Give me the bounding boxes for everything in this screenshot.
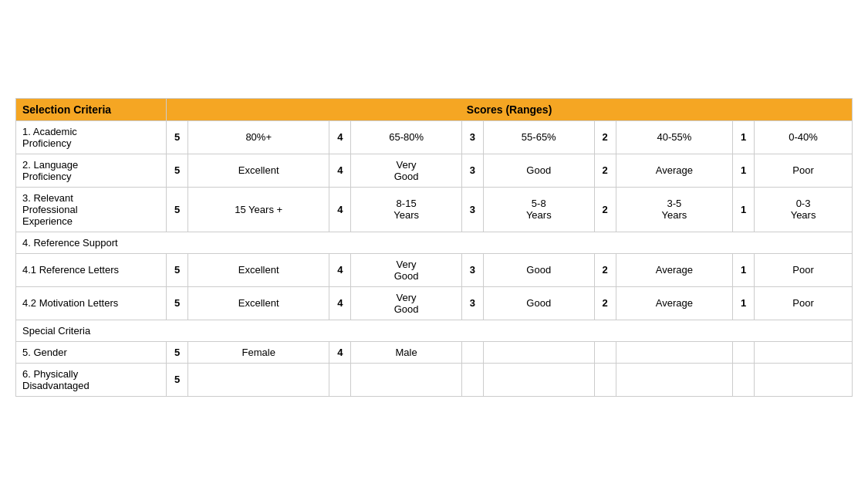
score-num-5-4: 1 — [733, 286, 755, 320]
score-val-0-4: 0-40% — [755, 120, 853, 154]
criteria-label-8: 6. Physically Disadvantaged — [16, 363, 167, 396]
criteria-label-0: 1. Academic Proficiency — [16, 120, 167, 154]
criteria-label-1: 2. Language Proficiency — [16, 154, 167, 187]
score-val-1-0: Excellent — [188, 154, 329, 187]
score-num-7-3 — [594, 341, 616, 363]
score-num-2-1: 4 — [329, 187, 351, 232]
score-num-8-1 — [329, 363, 351, 396]
score-num-7-1: 4 — [329, 341, 351, 363]
score-num-1-0: 5 — [167, 154, 188, 187]
score-val-5-4: Poor — [755, 286, 853, 320]
score-val-2-3: 3-5 Years — [616, 187, 733, 232]
score-val-7-4 — [755, 341, 853, 363]
score-val-1-1: Very Good — [351, 154, 462, 187]
score-val-4-3: Average — [616, 253, 733, 286]
score-num-5-3: 2 — [594, 286, 616, 320]
score-num-5-1: 4 — [329, 286, 351, 320]
score-val-8-4 — [755, 363, 853, 396]
score-num-4-0: 5 — [167, 253, 188, 286]
score-val-8-2 — [483, 363, 594, 396]
score-val-8-3 — [616, 363, 733, 396]
score-val-0-1: 65-80% — [351, 120, 462, 154]
criteria-label-5: 4.2 Motivation Letters — [16, 286, 167, 320]
score-val-0-2: 55-65% — [483, 120, 594, 154]
score-num-5-0: 5 — [167, 286, 188, 320]
score-num-2-4: 1 — [733, 187, 755, 232]
criteria-label-4: 4.1 Reference Letters — [16, 253, 167, 286]
score-val-5-2: Good — [483, 286, 594, 320]
score-num-8-2 — [461, 363, 483, 396]
score-num-7-4 — [733, 341, 755, 363]
score-val-7-2 — [483, 341, 594, 363]
score-num-2-2: 3 — [461, 187, 483, 232]
score-val-0-0: 80%+ — [188, 120, 329, 154]
score-num-1-3: 2 — [594, 154, 616, 187]
section-header-3: 4. Reference Support — [16, 232, 853, 253]
score-num-8-0: 5 — [167, 363, 188, 396]
score-num-7-2 — [461, 341, 483, 363]
score-val-1-4: Poor — [755, 154, 853, 187]
score-num-2-0: 5 — [167, 187, 188, 232]
score-num-0-4: 1 — [733, 120, 755, 154]
score-val-4-4: Poor — [755, 253, 853, 286]
score-val-8-1 — [351, 363, 462, 396]
score-num-1-2: 3 — [461, 154, 483, 187]
score-val-2-4: 0-3 Years — [755, 187, 853, 232]
score-num-0-0: 5 — [167, 120, 188, 154]
score-num-0-3: 2 — [594, 120, 616, 154]
score-val-5-3: Average — [616, 286, 733, 320]
score-val-7-1: Male — [351, 341, 462, 363]
score-val-7-0: Female — [188, 341, 329, 363]
score-val-4-2: Good — [483, 253, 594, 286]
score-val-7-3 — [616, 341, 733, 363]
score-val-2-0: 15 Years + — [188, 187, 329, 232]
score-val-1-2: Good — [483, 154, 594, 187]
score-val-5-1: Very Good — [351, 286, 462, 320]
score-val-4-1: Very Good — [351, 253, 462, 286]
score-num-8-4 — [733, 363, 755, 396]
score-val-1-3: Average — [616, 154, 733, 187]
score-num-4-3: 2 — [594, 253, 616, 286]
score-num-5-2: 3 — [461, 286, 483, 320]
score-num-4-1: 4 — [329, 253, 351, 286]
score-val-5-0: Excellent — [188, 286, 329, 320]
criteria-label-7: 5. Gender — [16, 341, 167, 363]
score-val-8-0 — [188, 363, 329, 396]
score-num-4-2: 3 — [461, 253, 483, 286]
score-num-0-1: 4 — [329, 120, 351, 154]
table-wrapper: Selection Criteria Scores (Ranges) 1. Ac… — [15, 98, 853, 397]
score-num-1-4: 1 — [733, 154, 755, 187]
header-scores: Scores (Ranges) — [167, 98, 853, 120]
score-val-4-0: Excellent — [188, 253, 329, 286]
score-num-2-3: 2 — [594, 187, 616, 232]
score-val-2-2: 5-8 Years — [483, 187, 594, 232]
score-val-2-1: 8-15 Years — [351, 187, 462, 232]
selection-criteria-table: Selection Criteria Scores (Ranges) 1. Ac… — [15, 98, 853, 397]
score-num-4-4: 1 — [733, 253, 755, 286]
score-num-7-0: 5 — [167, 341, 188, 363]
score-num-0-2: 3 — [461, 120, 483, 154]
criteria-label-2: 3. Relevant Professional Experience — [16, 187, 167, 232]
score-num-1-1: 4 — [329, 154, 351, 187]
section-header-6: Special Criteria — [16, 320, 853, 341]
score-num-8-3 — [594, 363, 616, 396]
header-criteria: Selection Criteria — [16, 98, 167, 120]
score-val-0-3: 40-55% — [616, 120, 733, 154]
